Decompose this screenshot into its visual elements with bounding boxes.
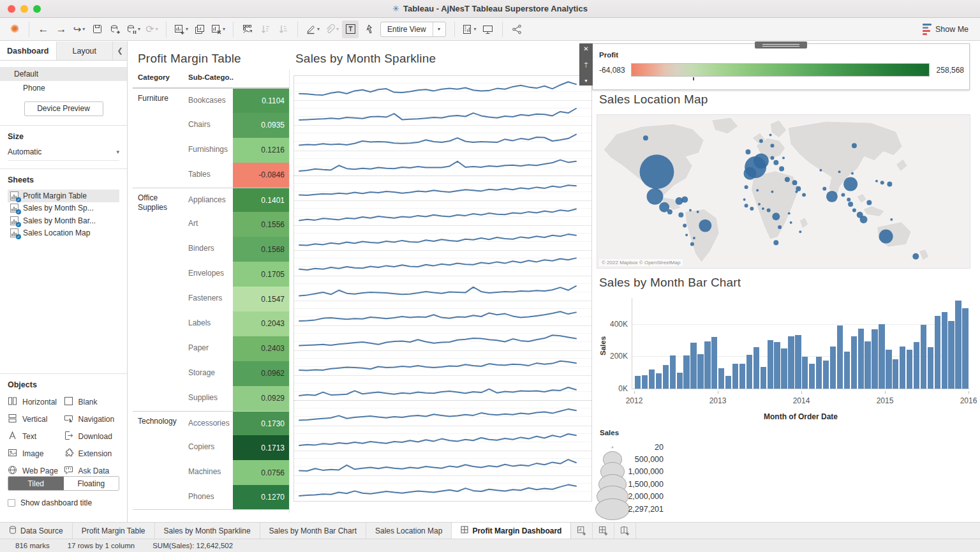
subcategory-label[interactable]: Accessories (188, 419, 230, 428)
subcategory-label[interactable]: Furnishings (188, 145, 228, 154)
subcategory-label[interactable]: Fasteners (188, 294, 222, 302)
map-sales-bubble[interactable] (643, 135, 648, 140)
map-sales-bubble[interactable] (847, 198, 850, 202)
bar-month-sales[interactable] (725, 376, 731, 389)
map-sales-bubble[interactable] (683, 224, 687, 228)
bar-month-sales[interactable] (718, 368, 724, 389)
map-sales-bubble[interactable] (640, 154, 674, 189)
map-sales-bubble[interactable] (912, 253, 919, 260)
map-sales-bubble[interactable] (647, 188, 664, 205)
device-phone[interactable]: Phone (0, 81, 127, 95)
map-sales-bubble[interactable] (759, 139, 763, 143)
bar-month-sales[interactable] (907, 350, 912, 389)
bar-month-sales[interactable] (928, 347, 933, 389)
sheet-tab-sales-location-map[interactable]: Sales Location Map (366, 523, 452, 539)
refresh-button[interactable]: ⟳▾ (144, 20, 160, 38)
subcategory-label[interactable]: Chairs (188, 120, 211, 129)
map-sales-bubble[interactable] (819, 169, 822, 172)
object-item-blank[interactable]: Blank (64, 396, 120, 408)
map-sales-bubble[interactable] (879, 230, 893, 244)
new-dashboard-tab-button[interactable] (593, 523, 614, 539)
map-sales-bubble[interactable] (681, 197, 688, 203)
profit-margin-cell[interactable]: 0.1401 (233, 188, 289, 213)
map-sales-bubble[interactable] (779, 166, 784, 171)
object-item-image[interactable]: Image (8, 448, 64, 459)
map-sales-bubble[interactable] (745, 185, 748, 189)
profit-margin-cell[interactable]: -0.0846 (233, 163, 289, 188)
map-sales-bubble[interactable] (790, 221, 792, 224)
undo-redo-button[interactable]: ↪▾ (71, 20, 87, 38)
floating-button[interactable]: Floating (64, 477, 119, 490)
profit-legend-gradient[interactable] (631, 63, 930, 77)
bar-month-sales[interactable] (858, 329, 864, 389)
map-sales-bubble[interactable] (822, 187, 826, 191)
bar-month-sales[interactable] (677, 373, 683, 389)
sheet-list-item[interactable]: ✓Profit Margin Table (8, 190, 119, 202)
bar-month-sales[interactable] (844, 352, 850, 389)
tableau-home-icon[interactable]: ✺ (6, 20, 23, 38)
bar-month-sales[interactable] (830, 347, 836, 389)
profit-margin-cell[interactable]: 0.0929 (233, 386, 289, 411)
profit-margin-cell[interactable]: 0.0756 (233, 460, 289, 485)
map-sales-bubble[interactable] (754, 153, 769, 168)
bar-month-sales[interactable] (802, 357, 808, 389)
map-sales-bubble[interactable] (756, 189, 759, 191)
map-sales-bubble[interactable] (802, 193, 806, 197)
collapse-pane-icon[interactable]: ❮ (113, 41, 127, 60)
category-label[interactable]: OfficeSupplies (138, 193, 188, 213)
bar-month-sales[interactable] (642, 375, 648, 389)
subcategory-label[interactable]: Appliances (188, 195, 226, 204)
bar-month-sales[interactable] (656, 373, 662, 389)
category-label[interactable]: Technology (138, 417, 188, 427)
profit-margin-cell[interactable]: 0.1216 (233, 138, 289, 163)
profit-margin-cell[interactable]: 0.1104 (233, 89, 289, 113)
sheet-tab-sales-by-month-sparkline[interactable]: Sales by Month Sparkline (155, 523, 260, 539)
sparkline-row[interactable] (294, 76, 591, 101)
map-sales-bubble[interactable] (678, 213, 683, 218)
tab-layout[interactable]: Layout (57, 41, 114, 60)
sparkline-row[interactable] (294, 401, 591, 426)
subcategory-label[interactable]: Art (188, 219, 198, 228)
object-item-navigation[interactable]: Navigation (64, 414, 120, 425)
profit-margin-cell[interactable]: 0.1547 (233, 287, 289, 311)
sparkline-row[interactable] (294, 326, 591, 351)
sparkline-row[interactable] (294, 226, 591, 251)
bar-month-sales[interactable] (697, 354, 703, 389)
bar-month-sales[interactable] (935, 316, 940, 389)
map-sales-bubble[interactable] (848, 202, 853, 207)
map-sales-bubble[interactable] (693, 237, 695, 239)
map-sales-bubble[interactable] (788, 212, 791, 214)
sparkline-row[interactable] (294, 476, 591, 501)
sheet-list-item[interactable]: ✓Sales Location Map (8, 227, 119, 240)
bar-chart-plot[interactable]: 400K200K0K (632, 298, 970, 389)
map-sales-bubble[interactable] (852, 208, 856, 212)
bar-month-sales[interactable] (872, 329, 877, 389)
format-dashboard-button[interactable]: ▾ (323, 20, 341, 38)
bar-month-sales[interactable] (809, 364, 815, 389)
profit-margin-cell[interactable]: 0.1556 (233, 212, 289, 237)
duplicate-sheet-button[interactable] (191, 20, 208, 38)
profit-margin-cell[interactable]: 0.2043 (233, 311, 289, 336)
highlight-button[interactable]: ▾ (304, 20, 322, 38)
profit-margin-cell[interactable]: 0.2403 (233, 336, 289, 361)
bar-month-sales[interactable] (921, 325, 926, 389)
sheet-list-item[interactable]: ✓Sales by Month Bar... (8, 214, 119, 227)
map-sales-bubble[interactable] (690, 242, 694, 246)
map-sales-bubble[interactable] (699, 220, 711, 232)
map-sales-bubble[interactable] (792, 180, 798, 185)
object-item-text[interactable]: Text (8, 431, 64, 442)
map-sales-bubble[interactable] (851, 172, 854, 175)
map-sales-bubble[interactable] (880, 181, 884, 184)
sort-ascending-button[interactable] (257, 20, 274, 38)
bar-month-sales[interactable] (739, 364, 745, 389)
sparkline-row[interactable] (294, 301, 591, 326)
subcategory-label[interactable]: Storage (188, 368, 215, 377)
bar-month-sales[interactable] (865, 341, 870, 389)
sparkline-row[interactable] (294, 451, 591, 476)
profit-margin-cell[interactable]: 0.1730 (233, 412, 289, 436)
sparkline-row[interactable] (294, 426, 591, 451)
subcategory-label[interactable]: Copiers (188, 442, 214, 451)
bar-month-sales[interactable] (816, 357, 822, 389)
map-sales-bubble[interactable] (745, 149, 750, 154)
bar-month-sales[interactable] (746, 355, 752, 389)
